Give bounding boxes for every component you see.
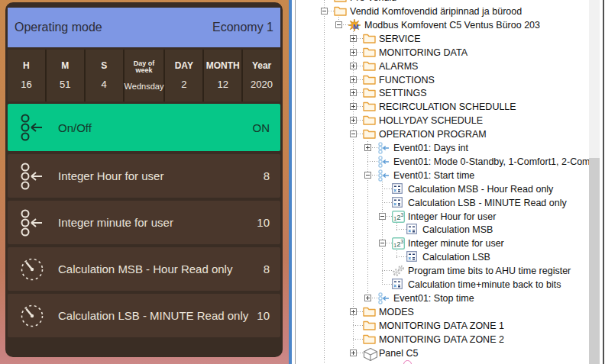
tree-connector-stub bbox=[372, 175, 377, 176]
operating-mode-value: Economy 1 bbox=[212, 21, 273, 34]
datetime-label: Year bbox=[252, 61, 271, 71]
expand-icon[interactable] bbox=[350, 76, 357, 83]
datetime-label: MONTH bbox=[206, 61, 240, 71]
svg-text:M: M bbox=[353, 23, 359, 31]
tree-item[interactable]: 123Integer minute for user bbox=[296, 237, 589, 250]
tree-item[interactable]: MONITORING DATA bbox=[296, 46, 589, 60]
folder-open-icon bbox=[363, 128, 376, 142]
tree-item[interactable]: MODES bbox=[296, 305, 589, 319]
tree-item[interactable]: MONITORING DATA ZONE 1 bbox=[296, 319, 589, 333]
tree-connector-stub bbox=[353, 325, 363, 326]
tree-item[interactable]: Calculation MSB - Hour Read only bbox=[296, 182, 589, 196]
tree-item[interactable]: Vendid Komfovendid äripinnad ja bürood bbox=[296, 5, 589, 18]
hmi-row-label: Integer Hour for user bbox=[58, 169, 264, 182]
tree-item[interactable]: Event01: Mode 0-Standby, 1-Comfort1, 2-C… bbox=[296, 155, 589, 169]
datetime-cell: Year2020 bbox=[243, 50, 280, 101]
tree-item[interactable]: HOLLYDAY SCHEDULE bbox=[296, 114, 589, 127]
tree-item[interactable]: MModbus Komfovent C5 Ventus Büroo 203 bbox=[296, 18, 589, 32]
expand-icon[interactable] bbox=[364, 295, 371, 301]
tree-item-label: Vendid Komfovendid äripinnad ja bürood bbox=[350, 6, 522, 17]
hmi-row-integer-minute-for-user[interactable]: Integer minute for user10 bbox=[8, 201, 280, 244]
tree-connector-stub bbox=[343, 24, 348, 25]
tree-connector-stub bbox=[358, 311, 363, 312]
hmi-window-right-edge bbox=[289, 0, 292, 364]
expand-icon[interactable] bbox=[350, 63, 357, 69]
tree-item[interactable]: ALARMS bbox=[296, 60, 589, 73]
calc-icon bbox=[406, 224, 417, 237]
collapse-icon[interactable] bbox=[379, 213, 386, 220]
svg-text:3: 3 bbox=[401, 239, 404, 244]
tree-item[interactable]: Event01: Days int bbox=[296, 141, 589, 155]
tree-item-label: MONITORING DATA bbox=[379, 47, 467, 58]
datetime-grid: H16M51S4Day ofweekWednsdayDAY2MONTH12Yea… bbox=[8, 50, 280, 101]
tree-connector-stub bbox=[372, 298, 377, 298]
folder-icon bbox=[363, 60, 376, 74]
signal-output-icon bbox=[18, 161, 47, 192]
expand-icon[interactable] bbox=[364, 144, 371, 151]
tree-connector-stub bbox=[358, 353, 363, 353]
hmi-row-integer-hour-for-user[interactable]: Integer Hour for user8 bbox=[8, 154, 280, 198]
tree-connector-stub bbox=[382, 284, 392, 285]
hmi-panel: Operating mode Economy 1 H16M51S4Day ofw… bbox=[5, 2, 283, 357]
tree-item[interactable]: MONITORING DATA ZONE 2 bbox=[296, 333, 589, 346]
hmi-row-value: 10 bbox=[257, 216, 270, 229]
tree-item[interactable]: OPERATION PROGRAM bbox=[296, 127, 589, 141]
expand-icon[interactable] bbox=[350, 35, 357, 42]
hmi-row-calculation-msb-hour-read-only[interactable]: Calculation MSB - Hour Read only8 bbox=[8, 247, 280, 291]
tree-item-label: RECIRCULATION SCHEDULLE bbox=[379, 101, 516, 112]
hmi-row-label: Calculation LSB - MINUTE Read only bbox=[58, 309, 257, 322]
tree-item[interactable]: SERVICE bbox=[296, 32, 589, 46]
tree-item[interactable]: SETTINGS bbox=[296, 86, 589, 100]
datetime-label: Day ofweek bbox=[134, 60, 155, 75]
tree-item-label: Calculation MSB - Hour Read only bbox=[408, 184, 553, 195]
expand-icon[interactable] bbox=[350, 308, 357, 315]
tree-connector-stub bbox=[358, 120, 363, 121]
collapse-icon[interactable] bbox=[379, 240, 386, 246]
datetime-value: 2020 bbox=[251, 79, 273, 90]
expand-icon[interactable] bbox=[350, 103, 357, 110]
operating-mode-row[interactable]: Operating mode Economy 1 bbox=[8, 8, 280, 47]
tree-item-label: Integer minute for user bbox=[408, 238, 504, 249]
tree-scrollbar[interactable] bbox=[589, 0, 600, 364]
tree-connector-stub bbox=[382, 202, 392, 203]
tree-item-label: MONITORING DATA ZONE 1 bbox=[379, 321, 504, 331]
datetime-label: H bbox=[23, 61, 30, 71]
tree-item[interactable]: Calculation LSB bbox=[296, 250, 589, 264]
hmi-row-label: On/Off bbox=[58, 121, 253, 134]
expand-icon[interactable] bbox=[350, 117, 357, 124]
folder-icon bbox=[363, 47, 376, 60]
tree-connector-stub bbox=[328, 11, 334, 11]
tree-item[interactable]: Calculation MSB bbox=[296, 223, 589, 237]
expand-icon[interactable] bbox=[350, 49, 357, 56]
tree-item[interactable]: Event01: Start time bbox=[296, 169, 589, 182]
calc-icon bbox=[392, 197, 403, 211]
tree-connector-stub bbox=[382, 188, 392, 189]
tree-item[interactable]: 123Integer Hour for user bbox=[296, 210, 589, 224]
tree-item[interactable]: Calculation LSB - MINUTE Read only bbox=[296, 196, 589, 210]
tree-item[interactable]: Calculation time+minute back to bits bbox=[296, 278, 589, 292]
tree-item[interactable]: Program time bits to AHU time register bbox=[296, 264, 589, 278]
expand-icon[interactable] bbox=[350, 350, 357, 356]
tree-connector-stub bbox=[353, 339, 363, 340]
collapse-icon[interactable] bbox=[364, 172, 371, 179]
folder-icon bbox=[363, 320, 376, 333]
tree-item[interactable]: Event01: Stop time bbox=[296, 292, 589, 305]
tree-connector-stub bbox=[358, 38, 363, 39]
modbus-tree-window: Pre VendidVendid Komfovendid äripinnad j… bbox=[296, 0, 589, 364]
collapse-icon[interactable] bbox=[321, 8, 328, 14]
scrollbar-thumb[interactable] bbox=[589, 158, 600, 364]
hmi-row-label: Integer minute for user bbox=[58, 216, 257, 229]
hmi-rows-container: On/OffONInteger Hour for user8Integer mi… bbox=[8, 104, 280, 337]
tree-item-label: Event01: Stop time bbox=[393, 293, 474, 304]
expand-icon[interactable] bbox=[350, 89, 357, 96]
hmi-row-calculation-lsb-minute-read-only[interactable]: Calculation LSB - MINUTE Read only10 bbox=[8, 294, 280, 337]
hmi-row-on-off[interactable]: On/OffON bbox=[8, 104, 280, 151]
collapse-icon[interactable] bbox=[335, 21, 342, 28]
tree-connector-stub bbox=[396, 229, 406, 230]
collapse-icon[interactable] bbox=[350, 130, 357, 137]
tree-item[interactable]: Panel C5 bbox=[296, 346, 589, 360]
tree-item-label: SETTINGS bbox=[379, 88, 427, 98]
screenshot-root: Operating mode Economy 1 H16M51S4Day ofw… bbox=[0, 0, 605, 364]
tree-item[interactable]: FUNCTIONS bbox=[296, 73, 589, 87]
tree-item[interactable]: RECIRCULATION SCHEDULLE bbox=[296, 100, 589, 114]
